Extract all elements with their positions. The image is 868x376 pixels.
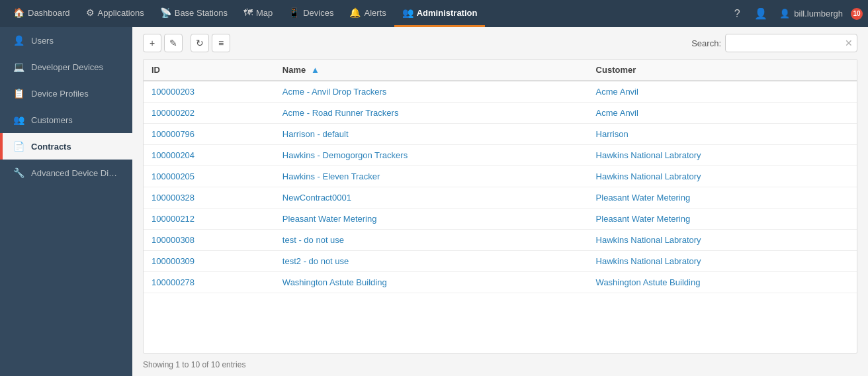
active-chevron xyxy=(131,140,132,153)
content-area: + ✎ ↻ ≡ Search: ✕ xyxy=(132,27,868,376)
cell-name[interactable]: test - do not use xyxy=(275,230,588,251)
cell-name[interactable]: Hawkins - Demogorgon Trackers xyxy=(275,145,588,166)
search-clear-button[interactable]: ✕ xyxy=(844,36,854,50)
add-button[interactable]: + xyxy=(143,34,161,52)
nav-dashboard-label: Dashboard xyxy=(28,8,70,18)
table-header: ID Name ▲ Customer xyxy=(144,60,857,81)
cell-customer[interactable]: Hawkins National Labratory xyxy=(588,230,857,251)
sidebar-device-profiles-label: Device Profiles xyxy=(31,89,89,99)
cell-id[interactable]: 100000203 xyxy=(144,81,275,103)
sidebar-item-device-profiles[interactable]: 📋 Device Profiles xyxy=(0,80,132,107)
cell-id[interactable]: 100000202 xyxy=(144,103,275,124)
devices-icon: 📱 xyxy=(288,7,300,18)
nav-applications[interactable]: ⚙ Applications xyxy=(78,0,152,27)
cell-name[interactable]: Acme - Anvil Drop Trackers xyxy=(275,81,588,103)
edit-icon: ✎ xyxy=(169,38,177,48)
contracts-icon: 📄 xyxy=(13,141,24,152)
applications-icon: ⚙ xyxy=(86,7,95,18)
table-row: 100000202 Acme - Road Runner Trackers Ac… xyxy=(144,103,857,124)
right-icons: ? 👤 👤 bill.lumbergh 10 xyxy=(726,3,863,24)
search-input[interactable] xyxy=(731,38,844,48)
sidebar-item-advanced-diagnostics[interactable]: 🔧 Advanced Device Diagnostics xyxy=(0,160,132,186)
cell-id[interactable]: 100000212 xyxy=(144,209,275,230)
top-nav: 🏠 Dashboard ⚙ Applications 📡 Base Statio… xyxy=(0,0,868,27)
table-row: 100000205 Hawkins - Eleven Tracker Hawki… xyxy=(144,166,857,187)
cell-name[interactable]: Washington Astute Building xyxy=(275,272,588,293)
col-id[interactable]: ID xyxy=(144,60,275,81)
table-footer: Showing 1 to 10 of 10 entries xyxy=(132,353,868,376)
cell-id[interactable]: 100000278 xyxy=(144,272,275,293)
table-row: 100000204 Hawkins - Demogorgon Trackers … xyxy=(144,145,857,166)
nav-map[interactable]: 🗺 Map xyxy=(236,0,281,27)
basestations-icon: 📡 xyxy=(160,7,171,18)
cell-customer[interactable]: Harrison xyxy=(588,124,857,145)
cell-name[interactable]: Pleasant Water Metering xyxy=(275,209,588,230)
cell-name[interactable]: test2 - do not use xyxy=(275,251,588,272)
cell-customer[interactable]: Acme Anvil xyxy=(588,103,857,124)
showing-text: Showing 1 to 10 of 10 entries xyxy=(143,360,245,369)
edit-button[interactable]: ✎ xyxy=(164,34,183,52)
contracts-table: ID Name ▲ Customer 100000203 Acme - Anvi… xyxy=(144,60,857,293)
home-icon: 🏠 xyxy=(13,7,24,18)
user-menu-button[interactable]: 👤 bill.lumbergh xyxy=(774,3,848,24)
sidebar-developer-devices-label: Developer Devices xyxy=(31,62,103,72)
nav-basestations-label: Base Stations xyxy=(175,8,228,18)
sidebar-item-contracts[interactable]: 📄 Contracts xyxy=(0,133,132,160)
nav-dashboard[interactable]: 🏠 Dashboard xyxy=(5,0,78,27)
cell-name[interactable]: Hawkins - Eleven Tracker xyxy=(275,166,588,187)
notification-badge[interactable]: 10 xyxy=(851,8,863,20)
cell-customer[interactable]: Pleasant Water Metering xyxy=(588,187,857,209)
sidebar-item-developer-devices[interactable]: 💻 Developer Devices xyxy=(0,54,132,80)
table-row: 100000308 test - do not use Hawkins Nati… xyxy=(144,230,857,251)
nav-alerts[interactable]: 🔔 Alerts xyxy=(341,0,394,27)
users-sidebar-icon: 👤 xyxy=(13,35,24,46)
sidebar-users-label: Users xyxy=(31,36,54,46)
help-button[interactable]: ? xyxy=(726,3,748,24)
table-body: 100000203 Acme - Anvil Drop Trackers Acm… xyxy=(144,81,857,293)
list-button[interactable]: ≡ xyxy=(212,34,230,52)
table-row: 100000309 test2 - do not use Hawkins Nat… xyxy=(144,251,857,272)
cell-customer[interactable]: Hawkins National Labratory xyxy=(588,166,857,187)
col-customer[interactable]: Customer xyxy=(588,60,857,81)
cell-id[interactable]: 100000308 xyxy=(144,230,275,251)
table-row: 100000203 Acme - Anvil Drop Trackers Acm… xyxy=(144,81,857,103)
cell-id[interactable]: 100000309 xyxy=(144,251,275,272)
cell-id[interactable]: 100000328 xyxy=(144,187,275,209)
cell-customer[interactable]: Hawkins National Labratory xyxy=(588,251,857,272)
cell-customer[interactable]: Washington Astute Building xyxy=(588,272,857,293)
map-icon: 🗺 xyxy=(243,7,253,18)
sidebar-item-customers[interactable]: 👥 Customers xyxy=(0,107,132,133)
nav-administration[interactable]: 👥 Administration xyxy=(394,0,486,27)
customers-icon: 👥 xyxy=(13,115,24,125)
cell-customer[interactable]: Pleasant Water Metering xyxy=(588,209,857,230)
nav-devices-label: Devices xyxy=(303,8,333,18)
cell-name[interactable]: Harrison - default xyxy=(275,124,588,145)
col-name[interactable]: Name ▲ xyxy=(275,60,588,81)
cell-id[interactable]: 100000204 xyxy=(144,145,275,166)
diagnostics-icon: 🔧 xyxy=(13,167,24,178)
users-button[interactable]: 👤 xyxy=(750,3,771,24)
nav-basestations[interactable]: 📡 Base Stations xyxy=(152,0,236,27)
toolbar: + ✎ ↻ ≡ Search: ✕ xyxy=(132,27,868,59)
add-icon: + xyxy=(150,38,155,48)
alerts-icon: 🔔 xyxy=(349,7,361,18)
user-name: bill.lumbergh xyxy=(794,9,843,19)
cell-name[interactable]: NewContract0001 xyxy=(275,187,588,209)
nav-devices[interactable]: 📱 Devices xyxy=(281,0,341,27)
cell-name[interactable]: Acme - Road Runner Trackers xyxy=(275,103,588,124)
refresh-icon: ↻ xyxy=(196,38,204,48)
cell-id[interactable]: 100000796 xyxy=(144,124,275,145)
sidebar-item-users[interactable]: 👤 Users xyxy=(0,27,132,54)
cell-customer[interactable]: Hawkins National Labratory xyxy=(588,145,857,166)
refresh-button[interactable]: ↻ xyxy=(191,34,209,52)
device-profiles-icon: 📋 xyxy=(13,88,24,99)
table-row: 100000212 Pleasant Water Metering Pleasa… xyxy=(144,209,857,230)
cell-customer[interactable]: Acme Anvil xyxy=(588,81,857,103)
table-row: 100000278 Washington Astute Building Was… xyxy=(144,272,857,293)
cell-id[interactable]: 100000205 xyxy=(144,166,275,187)
user-icon: 👤 xyxy=(779,9,790,19)
main-layout: 👤 Users 💻 Developer Devices 📋 Device Pro… xyxy=(0,27,868,376)
search-input-wrap: ✕ xyxy=(725,34,857,52)
table-row: 100000328 NewContract0001 Pleasant Water… xyxy=(144,187,857,209)
sidebar: 👤 Users 💻 Developer Devices 📋 Device Pro… xyxy=(0,27,132,376)
